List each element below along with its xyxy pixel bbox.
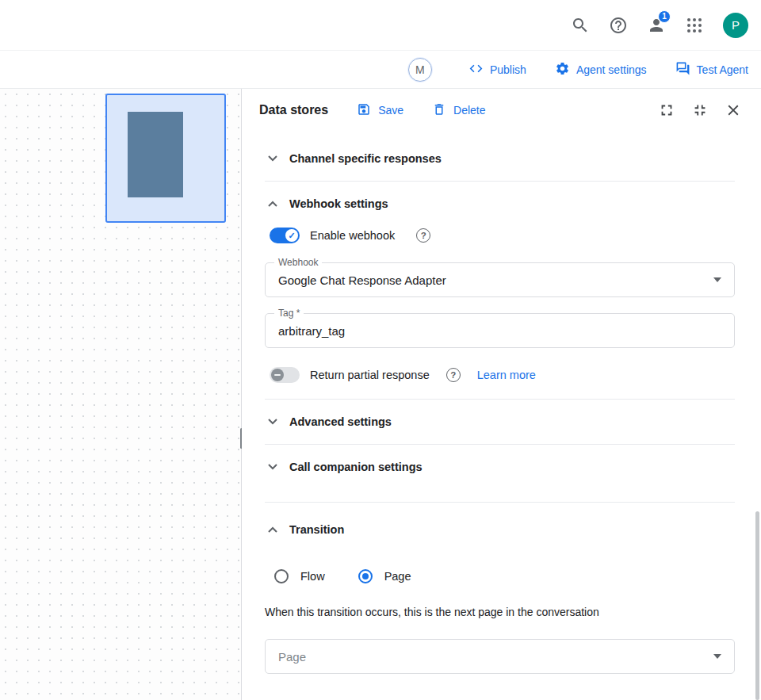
webhook-select-label: Webhook bbox=[274, 257, 322, 268]
search-icon[interactable] bbox=[571, 16, 590, 35]
section-call-companion: Call companion settings bbox=[265, 445, 735, 503]
section-webhook-settings: Webhook settings Enable webhook Webhook … bbox=[265, 182, 735, 400]
publish-button[interactable]: Publish bbox=[468, 61, 526, 78]
section-advanced-settings: Advanced settings bbox=[265, 400, 735, 445]
notifications-icon[interactable]: 1 bbox=[647, 16, 666, 35]
toggle-thumb-dash-icon bbox=[271, 369, 284, 381]
section-label: Call companion settings bbox=[289, 461, 423, 473]
agent-settings-label: Agent settings bbox=[576, 63, 647, 76]
tag-field[interactable]: Tag * bbox=[265, 313, 735, 348]
section-label: Transition bbox=[289, 523, 344, 536]
delete-label: Delete bbox=[453, 104, 485, 117]
help-icon[interactable] bbox=[609, 16, 628, 35]
webhook-select[interactable]: Webhook Google Chat Response Adapter bbox=[265, 262, 735, 297]
panel-title: Data stores bbox=[259, 103, 328, 117]
section-channel-responses: Channel specific responses bbox=[265, 136, 735, 182]
agent-toolbar: M Publish Agent settings Test Agent bbox=[0, 51, 761, 89]
fullscreen-exit-icon[interactable] bbox=[691, 101, 709, 119]
chat-icon bbox=[675, 61, 690, 78]
page-select[interactable]: Page bbox=[265, 639, 735, 674]
chevron-up-icon bbox=[268, 526, 277, 533]
tag-input[interactable] bbox=[278, 324, 721, 338]
section-header-call-companion[interactable]: Call companion settings bbox=[265, 445, 735, 502]
radio-page-label: Page bbox=[384, 570, 411, 583]
agent-settings-button[interactable]: Agent settings bbox=[555, 61, 647, 78]
radio-flow-label: Flow bbox=[300, 570, 325, 583]
main-area: Data stores Save Delete Channel specific bbox=[0, 89, 761, 700]
section-header-advanced-settings[interactable]: Advanced settings bbox=[265, 400, 735, 444]
notification-badge: 1 bbox=[658, 10, 671, 23]
section-label: Advanced settings bbox=[289, 415, 392, 428]
section-label: Webhook settings bbox=[289, 197, 388, 210]
dropdown-caret-icon bbox=[713, 654, 721, 659]
page-select-placeholder: Page bbox=[278, 650, 713, 664]
section-header-transition[interactable]: Transition bbox=[265, 503, 735, 552]
save-button[interactable]: Save bbox=[357, 102, 403, 119]
radio-unselected-icon bbox=[274, 569, 289, 583]
trash-icon bbox=[432, 102, 446, 119]
flow-canvas bbox=[0, 89, 242, 700]
webhook-select-value: Google Chat Response Adapter bbox=[278, 273, 713, 287]
user-avatar[interactable]: P bbox=[723, 13, 748, 38]
flow-node-thumbnail bbox=[128, 112, 183, 197]
chevron-down-icon bbox=[268, 419, 277, 425]
panel-header-icons bbox=[658, 101, 742, 119]
edit-panel: Data stores Save Delete Channel specific bbox=[242, 89, 761, 700]
section-header-channel-responses[interactable]: Channel specific responses bbox=[265, 136, 735, 181]
panel-header: Data stores Save Delete bbox=[242, 89, 761, 132]
enable-webhook-row: Enable webhook bbox=[270, 228, 735, 243]
transition-target-radio-group: Flow Page bbox=[274, 569, 735, 583]
flow-node-selected[interactable] bbox=[105, 94, 226, 223]
fullscreen-icon[interactable] bbox=[658, 101, 675, 119]
collaborator-avatar[interactable]: M bbox=[408, 58, 432, 82]
publish-label: Publish bbox=[490, 63, 526, 76]
chevron-up-icon bbox=[268, 201, 277, 207]
section-label: Channel specific responses bbox=[289, 152, 442, 165]
delete-button[interactable]: Delete bbox=[432, 102, 485, 119]
learn-more-link[interactable]: Learn more bbox=[477, 369, 536, 381]
tag-field-label: Tag * bbox=[274, 308, 304, 319]
top-app-bar: 1 P bbox=[0, 0, 761, 51]
close-icon[interactable] bbox=[725, 101, 742, 119]
enable-webhook-help-icon[interactable] bbox=[416, 228, 430, 243]
dropdown-caret-icon bbox=[713, 277, 721, 282]
chevron-down-icon bbox=[268, 464, 277, 470]
section-header-webhook-settings[interactable]: Webhook settings bbox=[265, 182, 735, 226]
partial-response-help-icon[interactable] bbox=[446, 368, 461, 382]
panel-body: Channel specific responses Webhook setti… bbox=[242, 132, 761, 700]
radio-selected-icon bbox=[358, 569, 373, 583]
partial-response-row: Return partial response Learn more bbox=[270, 367, 735, 399]
test-agent-label: Test Agent bbox=[697, 63, 748, 76]
panel-scrollbar[interactable] bbox=[755, 511, 759, 700]
enable-webhook-toggle[interactable] bbox=[270, 228, 300, 243]
enable-webhook-label: Enable webhook bbox=[310, 229, 395, 242]
section-transition: Transition Flow Page When this transitio… bbox=[265, 503, 735, 674]
gear-icon bbox=[555, 61, 570, 78]
partial-response-label: Return partial response bbox=[310, 369, 430, 381]
radio-option-page[interactable]: Page bbox=[358, 569, 411, 583]
transition-description: When this transition occurs, this is the… bbox=[265, 606, 735, 618]
save-icon bbox=[357, 102, 371, 119]
test-agent-button[interactable]: Test Agent bbox=[675, 61, 748, 78]
chevron-down-icon bbox=[268, 155, 277, 162]
apps-grid-icon[interactable] bbox=[685, 16, 704, 35]
save-label: Save bbox=[378, 104, 403, 117]
partial-response-toggle[interactable] bbox=[270, 367, 300, 383]
radio-option-flow[interactable]: Flow bbox=[274, 569, 325, 583]
toggle-thumb-check-icon bbox=[285, 229, 298, 242]
code-icon bbox=[468, 61, 484, 78]
